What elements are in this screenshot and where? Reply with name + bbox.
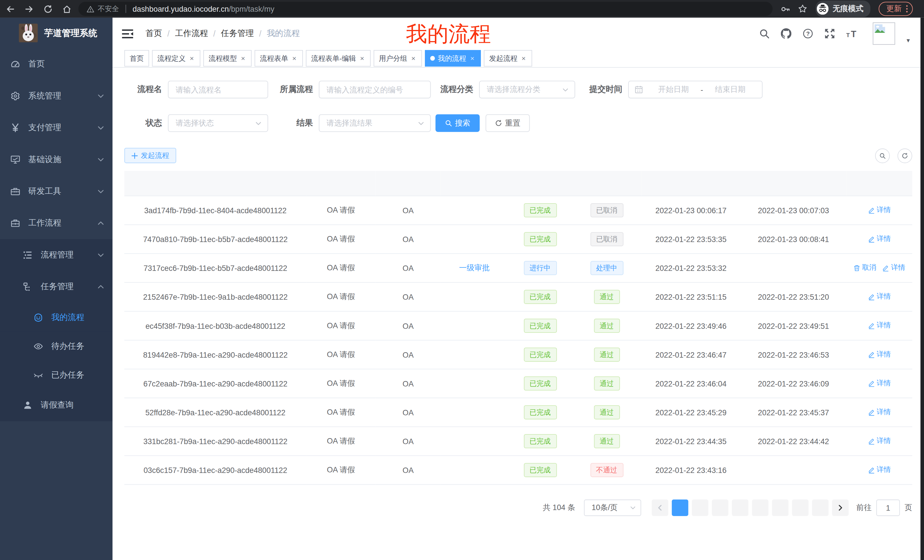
page-button[interactable] xyxy=(732,500,748,516)
close-icon[interactable]: × xyxy=(291,55,298,61)
tab[interactable]: 首页 xyxy=(124,50,149,66)
tab[interactable]: 流程表单-编辑 × xyxy=(306,50,370,66)
font-size-icon[interactable]: TT xyxy=(847,29,858,38)
page-button[interactable] xyxy=(712,500,728,516)
table-row[interactable]: ec45f38f-7b9a-11ec-b03b-acde48001122 OA … xyxy=(124,311,912,340)
tab[interactable]: 流程表单 × xyxy=(255,50,303,66)
search-button[interactable]: 搜索 xyxy=(435,114,480,132)
category-select[interactable]: 请选择流程分类 xyxy=(479,81,575,99)
sidebar-item[interactable]: 工作流程 xyxy=(0,207,112,239)
action-link[interactable]: 详情 xyxy=(868,407,891,417)
breadcrumb-item[interactable]: / 任务管理 xyxy=(213,28,254,39)
table-row[interactable]: 2152467e-7b9b-11ec-9a1b-acde48001122 OA … xyxy=(124,283,912,311)
page-button[interactable] xyxy=(692,500,708,516)
action-link[interactable]: 详情 xyxy=(868,436,891,446)
sidebar-item[interactable]: 任务管理 xyxy=(0,271,112,302)
logo-row[interactable]: 芋道管理系统 xyxy=(0,18,112,48)
tab[interactable]: 用户分组 × xyxy=(374,50,422,66)
reset-button[interactable]: 重置 xyxy=(486,114,530,132)
sidebar-item[interactable]: 基础设施 xyxy=(0,144,112,175)
reload-icon[interactable] xyxy=(44,4,52,13)
table-row[interactable]: 7317cec6-7b9b-11ec-b5b7-acde48001122 OA … xyxy=(124,253,912,282)
page-size-select[interactable]: 10条/页 xyxy=(584,500,641,516)
sidebar-item[interactable]: 研发工具 xyxy=(0,175,112,207)
start-date-placeholder[interactable]: 开始日期 xyxy=(650,84,697,95)
security-label[interactable]: 不安全 xyxy=(98,4,119,14)
action-link[interactable]: 详情 xyxy=(868,378,891,388)
breadcrumb-label[interactable]: 工作流程 xyxy=(175,28,208,39)
page-button[interactable] xyxy=(672,500,688,516)
start-process-button[interactable]: 发起流程 xyxy=(124,148,176,163)
column-header[interactable] xyxy=(572,171,641,196)
action-link[interactable]: 详情 xyxy=(868,205,891,215)
breadcrumb-label[interactable]: 我的流程 xyxy=(267,28,300,39)
refresh-table-button[interactable] xyxy=(897,148,912,163)
page-button[interactable] xyxy=(792,500,808,516)
action-link[interactable]: 详情 xyxy=(868,292,891,302)
sidebar-item[interactable]: 我的流程 xyxy=(0,303,112,332)
result-select[interactable]: 请选择流结果 xyxy=(319,114,431,132)
toggle-search-button[interactable] xyxy=(875,148,890,163)
close-icon[interactable]: × xyxy=(469,55,476,61)
column-header[interactable] xyxy=(741,171,846,196)
github-icon[interactable] xyxy=(781,28,792,39)
home-icon[interactable] xyxy=(63,4,71,13)
avatar[interactable] xyxy=(873,22,895,45)
column-header[interactable] xyxy=(441,171,508,196)
close-icon[interactable]: × xyxy=(240,55,246,61)
breadcrumb-item[interactable]: 首页 xyxy=(146,28,162,39)
warning-icon[interactable] xyxy=(87,5,94,13)
table-row[interactable]: 03c6c157-7b9a-11ec-a290-acde48001122 OA … xyxy=(124,455,912,484)
close-icon[interactable]: × xyxy=(520,55,527,61)
table-row[interactable]: 52ffd28e-7b9a-11ec-a290-acde48001122 OA … xyxy=(124,398,912,427)
address-bar[interactable]: 不安全 dashboard.yudao.iocoder.cn /bpm/task… xyxy=(78,2,772,16)
process-name-input[interactable] xyxy=(168,81,268,99)
sidebar-item[interactable]: 系统管理 xyxy=(0,80,112,112)
key-icon[interactable] xyxy=(781,4,790,13)
caret-down-icon[interactable]: ▾ xyxy=(907,37,910,43)
column-header[interactable] xyxy=(375,171,441,196)
action-link[interactable]: 详情 xyxy=(868,320,891,331)
action-link[interactable]: 详情 xyxy=(868,465,891,475)
action-link[interactable]: 详情 xyxy=(868,349,891,359)
scrollbar[interactable] xyxy=(921,18,924,560)
close-icon[interactable]: × xyxy=(410,55,417,61)
next-page-button[interactable] xyxy=(832,500,849,516)
status-select[interactable]: 请选择状态 xyxy=(168,114,268,132)
help-icon[interactable]: ? xyxy=(803,28,813,39)
tab[interactable]: 流程模型 × xyxy=(203,50,252,66)
breadcrumb-label[interactable]: 首页 xyxy=(146,28,162,39)
close-icon[interactable]: × xyxy=(189,55,195,61)
table-row[interactable]: 3ad174fb-7b9d-11ec-8404-acde48001122 OA … xyxy=(124,196,912,225)
search-icon[interactable] xyxy=(759,28,770,39)
column-header[interactable] xyxy=(306,171,375,196)
sidebar-item[interactable]: 流程管理 xyxy=(0,239,112,271)
tab[interactable]: 流程定义 × xyxy=(152,50,200,66)
breadcrumb-item[interactable]: / 我的流程 xyxy=(259,28,300,39)
date-range-picker[interactable]: 开始日期 - 结束日期 xyxy=(628,81,763,99)
end-date-placeholder[interactable]: 结束日期 xyxy=(707,84,754,95)
forward-icon[interactable] xyxy=(25,4,34,13)
table-row[interactable]: 331bc281-7b9a-11ec-a290-acde48001122 OA … xyxy=(124,427,912,455)
action-link[interactable]: 取消 xyxy=(853,263,876,273)
tab[interactable]: 我的流程 × xyxy=(425,50,481,66)
sidebar-item[interactable]: 首页 xyxy=(0,48,112,80)
breadcrumb-label[interactable]: 任务管理 xyxy=(221,28,254,39)
update-button[interactable]: 更新 xyxy=(879,2,913,16)
tab[interactable]: 发起流程 × xyxy=(484,50,532,66)
table-row[interactable]: 7470a810-7b9b-11ec-b5b7-acde48001122 OA … xyxy=(124,225,912,253)
action-link[interactable]: 详情 xyxy=(882,263,905,273)
hamburger-icon[interactable] xyxy=(122,28,133,39)
sidebar-item[interactable]: 支付管理 xyxy=(0,112,112,144)
close-icon[interactable]: × xyxy=(359,55,366,61)
kebab-menu-icon[interactable] xyxy=(906,5,908,13)
fullscreen-icon[interactable] xyxy=(825,28,835,39)
page-button[interactable] xyxy=(752,500,768,516)
breadcrumb-item[interactable]: / 工作流程 xyxy=(167,28,208,39)
column-header[interactable] xyxy=(508,171,572,196)
star-icon[interactable] xyxy=(798,4,807,13)
table-row[interactable]: 819442e8-7b9a-11ec-a290-acde48001122 OA … xyxy=(124,340,912,369)
process-definition-input[interactable] xyxy=(319,81,431,99)
jump-page-input[interactable] xyxy=(876,500,900,516)
column-header[interactable] xyxy=(641,171,741,196)
